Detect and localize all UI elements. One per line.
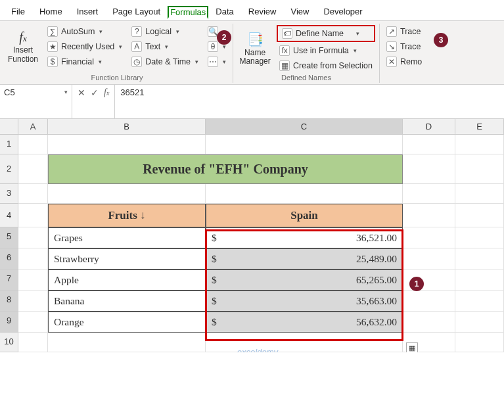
create-from-selection-button[interactable]: ▦Create from Selection <box>277 59 375 72</box>
define-name-button[interactable]: 🏷Define Name ▾ <box>277 25 375 42</box>
selection-icon: ▦ <box>279 60 290 71</box>
cell-e2[interactable] <box>455 154 504 184</box>
enter-icon[interactable]: ✓ <box>91 87 99 98</box>
cell-b9[interactable]: Orange <box>48 312 206 333</box>
row-header-9[interactable]: 9 <box>0 312 18 333</box>
col-header-e[interactable]: E <box>455 119 504 135</box>
quick-analysis-icon[interactable]: ▦ <box>406 342 418 352</box>
cell-c1[interactable] <box>206 135 403 154</box>
tab-review[interactable]: Review <box>241 3 284 20</box>
cell-e9[interactable] <box>455 312 504 333</box>
cell-b1[interactable] <box>48 135 206 154</box>
cell-b5[interactable]: Grapes <box>48 227 206 248</box>
cell-e7[interactable] <box>455 269 504 291</box>
cell-d4[interactable] <box>403 204 455 227</box>
tab-formulas[interactable]: Formulas <box>168 6 208 19</box>
cell-c7[interactable]: $65,265.00 <box>206 269 403 291</box>
spreadsheet-grid[interactable]: A B C D E 1 2 Revenue of "EFH" Company 3… <box>0 119 504 352</box>
cell-a8[interactable] <box>18 291 48 312</box>
trace-precedents-button[interactable]: ↗Trace <box>384 25 424 38</box>
tab-data[interactable]: Data <box>208 3 241 20</box>
row-header-8[interactable]: 8 <box>0 291 18 312</box>
tab-page-layout[interactable]: Page Layout <box>105 3 168 20</box>
cell-a3[interactable] <box>18 184 48 204</box>
formula-bar: C5 ▾ ✕ ✓ fx 36521 <box>0 85 504 119</box>
cell-c6[interactable]: $25,489.00 <box>206 248 403 269</box>
cell-a1[interactable] <box>18 135 48 154</box>
date-time-button[interactable]: ◷Date & Time▾ <box>129 55 201 68</box>
cell-a5[interactable] <box>18 227 48 248</box>
cell-a7[interactable] <box>18 269 48 291</box>
row-header-1[interactable]: 1 <box>0 135 18 154</box>
name-box[interactable]: C5 ▾ <box>0 85 72 118</box>
cell-c9[interactable]: $56,632.00 <box>206 312 403 333</box>
logical-button[interactable]: ?Logical▾ <box>129 25 201 38</box>
cell-d3[interactable] <box>403 184 455 204</box>
row-header-3[interactable]: 3 <box>0 184 18 204</box>
financial-button[interactable]: $Financial▾ <box>45 55 125 68</box>
cell-b7[interactable]: Apple <box>48 269 206 291</box>
group-function-library: fx Insert Function ∑AutoSum▾ ★Recently U… <box>1 24 233 83</box>
cell-b8[interactable]: Banana <box>48 291 206 312</box>
cell-a6[interactable] <box>18 248 48 269</box>
col-header-b[interactable]: B <box>48 119 206 135</box>
cell-d1[interactable] <box>403 135 455 154</box>
row-header-4[interactable]: 4 <box>0 204 18 227</box>
title-cell[interactable]: Revenue of "EFH" Company <box>48 154 403 184</box>
tab-home[interactable]: Home <box>32 3 70 20</box>
header-fruits[interactable]: Fruits ↓ <box>48 204 206 227</box>
remove-arrows-button[interactable]: ✕Remo <box>384 55 424 68</box>
cell-b3[interactable] <box>48 184 206 204</box>
cell-d9[interactable] <box>403 312 455 333</box>
insert-function-button[interactable]: fx Insert Function <box>5 25 41 68</box>
more-functions-button[interactable]: ⋯▾ <box>205 55 229 68</box>
cancel-icon[interactable]: ✕ <box>78 87 85 98</box>
tab-view[interactable]: View <box>283 3 316 20</box>
date-time-label: Date & Time <box>145 57 191 66</box>
cell-e10[interactable] <box>455 333 504 352</box>
trace-dependents-button[interactable]: ↘Trace <box>384 40 424 53</box>
tab-file[interactable]: File <box>4 3 32 20</box>
cell-e5[interactable] <box>455 227 504 248</box>
row-header-6[interactable]: 6 <box>0 248 18 269</box>
col-header-c[interactable]: C <box>206 119 403 135</box>
select-all-corner[interactable] <box>0 119 18 135</box>
autosum-button[interactable]: ∑AutoSum▾ <box>45 25 125 38</box>
cell-a4[interactable] <box>18 204 48 227</box>
cell-c8[interactable]: $35,663.00 <box>206 291 403 312</box>
tab-developer[interactable]: Developer <box>316 3 369 20</box>
cell-e3[interactable] <box>455 184 504 204</box>
recently-used-button[interactable]: ★Recently Used▾ <box>45 40 125 53</box>
cell-e8[interactable] <box>455 291 504 312</box>
fx-icon[interactable]: fx <box>104 87 109 98</box>
header-spain[interactable]: Spain <box>206 204 403 227</box>
row-header-5[interactable]: 5 <box>0 227 18 248</box>
cell-b10[interactable] <box>48 333 206 352</box>
more-icon: ⋯ <box>208 57 218 67</box>
col-header-d[interactable]: D <box>403 119 455 135</box>
cell-d2[interactable] <box>403 154 455 184</box>
ribbon-tabs: File Home Insert Page Layout Formulas Da… <box>0 0 504 21</box>
cell-d5[interactable] <box>403 227 455 248</box>
text-icon: A <box>131 41 142 52</box>
cell-a10[interactable] <box>18 333 48 352</box>
cell-e6[interactable] <box>455 248 504 269</box>
cell-c3[interactable] <box>206 184 403 204</box>
cell-b6[interactable]: Strawberry <box>48 248 206 269</box>
row-header-2[interactable]: 2 <box>0 154 18 184</box>
col-header-a[interactable]: A <box>18 119 48 135</box>
text-button[interactable]: AText▾ <box>129 40 201 53</box>
cell-d8[interactable] <box>403 291 455 312</box>
tab-insert[interactable]: Insert <box>70 3 106 20</box>
cell-a2[interactable] <box>18 154 48 184</box>
cell-e4[interactable] <box>455 204 504 227</box>
cell-a9[interactable] <box>18 312 48 333</box>
cell-e1[interactable] <box>455 135 504 154</box>
row-header-10[interactable]: 10 <box>0 333 18 352</box>
use-in-formula-button[interactable]: fxUse in Formula▾ <box>277 44 375 57</box>
cell-d6[interactable] <box>403 248 455 269</box>
row-header-7[interactable]: 7 <box>0 269 18 291</box>
name-manager-button[interactable]: 📑 Name Manager <box>237 25 273 72</box>
cell-c5[interactable]: $36,521.00 <box>206 227 403 248</box>
formula-input[interactable]: 36521 <box>115 85 504 118</box>
